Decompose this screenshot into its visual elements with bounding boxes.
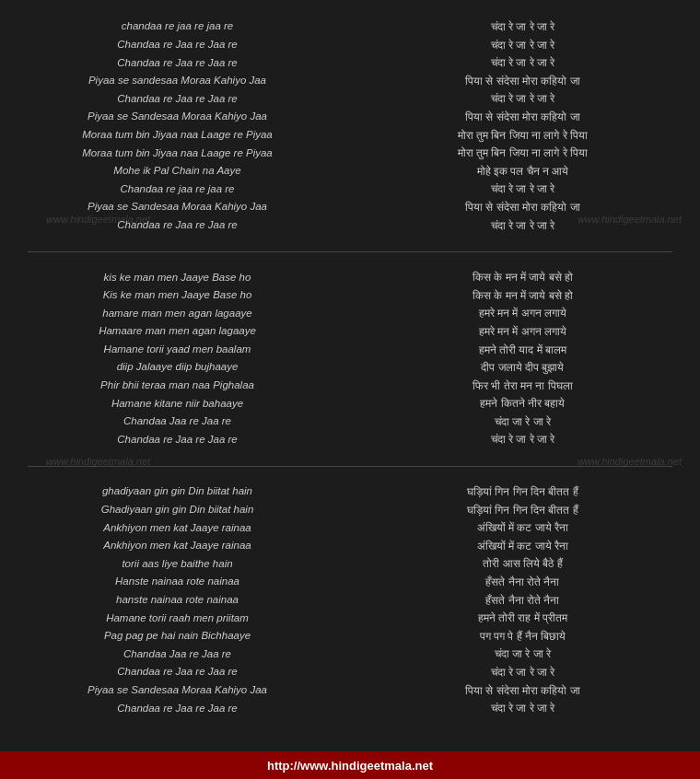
lyrics-right-text: पिया से संदेसा मोरा कहियो जा	[350, 199, 691, 216]
lyrics-row: Ankhiyon men kat Jaaye rainaaअंखियों में…	[9, 519, 691, 537]
lyrics-right-text: चंदा रे जा रे जा रे	[350, 664, 691, 681]
lyrics-left-text: Phir bhii teraa man naa Pighalaa	[9, 378, 350, 394]
lyrics-left-text: Moraa tum bin Jiyaa naa Laage re Piyaa	[9, 127, 350, 144]
lyrics-left-text: Chandaa Jaa re Jaa re	[9, 413, 350, 430]
lyrics-right-text: घड़ियां गिन गिन दिन बीतत हैं	[350, 483, 691, 501]
lyrics-right-text: पिया से संदेसा मोरा कहियो जा	[350, 109, 691, 126]
lyrics-row: Ghadiyaan gin gin Din biitat hainघड़ियां…	[9, 502, 691, 519]
lyrics-right-text: चंदा जा रे जा रे	[350, 645, 691, 663]
lyrics-right-text: किस के मन में जाये बसे हो	[350, 287, 691, 305]
lyrics-right-text: मोरा तुम बिन जिया ना लागे रे पिया	[350, 127, 691, 145]
lyrics-content: chandaa re jaa re jaa reचंदा रे जा रे जा…	[0, 0, 700, 751]
lyrics-row: Piyaa se sandesaa Moraa Kahiyo Jaaपिया स…	[9, 73, 691, 90]
lyrics-row: Piyaa se Sandesaa Moraa Kahiyo Jaaपिया स…	[9, 682, 691, 700]
lyrics-right-text: मोहे इक पल चैन न आये	[350, 163, 691, 180]
lyrics-left-text: Chandaa re Jaa re Jaa re	[9, 701, 350, 717]
lyrics-right-text: हमने कितने नीर बहाये	[350, 395, 691, 413]
lyrics-right-text: दीप जलाये दीप बुझाये	[350, 359, 691, 377]
lyrics-left-text: Pag pag pe hai nain Bichhaaye	[9, 628, 350, 645]
lyrics-right-text: हमरे मन में अगन लगाये	[350, 305, 691, 322]
lyrics-row: Ankhiyon men kat Jaaye rainaaअंखियों में…	[9, 538, 691, 555]
lyrics-left-text: kis ke man men Jaaye Base ho	[9, 270, 350, 286]
lyrics-row: hanste nainaa rote nainaaहँसते नैना रोते…	[9, 592, 691, 610]
lyrics-row: Chandaa re Jaa re Jaa reचंदा रे जा रे जा…	[9, 431, 691, 448]
lyrics-left-text: Piyaa se Sandesaa Moraa Kahiyo Jaa	[9, 682, 350, 699]
lyrics-row: kis ke man men Jaaye Base hoकिस के मन मे…	[9, 269, 691, 286]
lyrics-row: Hamane kitane niir bahaayeहमने कितने नीर…	[9, 395, 691, 413]
lyrics-row: torii aas liye baithe hainतोरी आस लिये ब…	[9, 555, 691, 573]
lyrics-right-text: अंखियों में कट जाये रैना	[350, 519, 691, 537]
lyrics-right-text: चंदा रे जा रे जा रे	[350, 54, 691, 72]
lyrics-left-text: hanste nainaa rote nainaa	[9, 592, 350, 609]
lyrics-right-text: हमरे मन में अगन लगाये	[350, 323, 691, 341]
lyrics-left-text: Hamane torii raah men priitam	[9, 610, 350, 627]
lyrics-row: Mohe ik Pal Chain na Aayeमोहे इक पल चैन …	[9, 163, 691, 180]
lyrics-left-text: Hamane kitane niir bahaaye	[9, 396, 350, 413]
lyrics-row: Chandaa re Jaa re Jaa reचंदा रे जा रे जा…	[9, 700, 691, 717]
lyrics-row: ghadiyaan gin gin Din biitat hainघड़ियां…	[9, 483, 691, 501]
footer-url: http://www.hindigeetmala.net	[267, 759, 433, 773]
lyrics-right-text: चंदा जा रे जा रे	[350, 413, 691, 431]
lyrics-right-text: चंदा रे जा रे जा रे	[350, 700, 691, 717]
lyrics-row: Chandaa re jaa re jaa reचंदा रे जा रे जा…	[9, 180, 691, 198]
lyrics-row: Moraa tum bin Jiyaa naa Laage re Piyaaमो…	[9, 145, 691, 162]
lyrics-right-text: फिर भी तेरा मन ना पिघला	[350, 378, 691, 395]
lyrics-page: chandaa re jaa re jaa reचंदा रे जा रे जा…	[0, 0, 700, 779]
lyrics-right-text: चंदा रे जा रे जा रे	[350, 18, 691, 36]
lyrics-left-text: Chandaa re Jaa re Jaa re	[9, 37, 350, 53]
lyrics-row: diip Jalaaye diip bujhaayeदीप जलाये दीप …	[9, 359, 691, 377]
section-2: kis ke man men Jaaye Base hoकिस के मन मे…	[9, 269, 691, 449]
lyrics-left-text: chandaa re jaa re jaa re	[9, 18, 350, 35]
lyrics-right-text: पिया से संदेसा मोरा कहियो जा	[350, 73, 691, 90]
lyrics-left-text: Piyaa se Sandesaa Moraa Kahiyo Jaa	[9, 199, 350, 215]
lyrics-row: Hamaare man men agan lagaayeहमरे मन में …	[9, 323, 691, 341]
section-1: chandaa re jaa re jaa reचंदा रे जा रे जा…	[9, 18, 691, 235]
lyrics-right-text: चंदा रे जा रे जा रे	[350, 90, 691, 108]
lyrics-left-text: Chandaa Jaa re Jaa re	[9, 646, 350, 663]
lyrics-row: Hamane torii raah men priitamहमने तोरी र…	[9, 610, 691, 627]
lyrics-right-text: हँसते नैना रोते नैना	[350, 592, 691, 610]
lyrics-left-text: Hanste nainaa rote nainaa	[9, 574, 350, 590]
lyrics-left-text: Moraa tum bin Jiyaa naa Laage re Piyaa	[9, 145, 350, 162]
lyrics-right-text: चंदा रे जा रे जा रे	[350, 37, 691, 54]
lyrics-row: Pag pag pe hai nain Bichhaayeपग पग पे है…	[9, 628, 691, 645]
lyrics-left-text: Ankhiyon men kat Jaaye rainaa	[9, 520, 350, 537]
lyrics-right-text: पिया से संदेसा मोरा कहियो जा	[350, 682, 691, 700]
lyrics-right-text: हमने तोरी याद में बालम	[350, 342, 691, 359]
lyrics-right-text: चंदा रे जा रे जा रे	[350, 431, 691, 448]
lyrics-left-text: Ankhiyon men kat Jaaye rainaa	[9, 538, 350, 554]
lyrics-row: Chandaa re Jaa re Jaa reचंदा रे जा रे जा…	[9, 54, 691, 72]
lyrics-right-text: हँसते नैना रोते नैना	[350, 574, 691, 591]
lyrics-row: Chandaa re Jaa re Jaa reचंदा रे जा रे जा…	[9, 217, 691, 235]
lyrics-row: Chandaa re Jaa re Jaa reचंदा रे जा रे जा…	[9, 664, 691, 681]
lyrics-row: Piyaa se Sandesaa Moraa Kahiyo Jaaपिया स…	[9, 199, 691, 216]
lyrics-left-text: Ghadiyaan gin gin Din biitat hain	[9, 502, 350, 518]
lyrics-row: hamare man men agan lagaayeहमरे मन में अ…	[9, 305, 691, 322]
lyrics-row: Chandaa re Jaa re Jaa reचंदा रे जा रे जा…	[9, 90, 691, 108]
lyrics-right-text: हमने तोरी राह में प्रीतम	[350, 610, 691, 627]
lyrics-left-text: ghadiyaan gin gin Din biitat hain	[9, 483, 350, 500]
lyrics-right-text: घड़ियां गिन गिन दिन बीतत हैं	[350, 502, 691, 519]
lyrics-left-text: hamare man men agan lagaaye	[9, 306, 350, 322]
lyrics-left-text: torii aas liye baithe hain	[9, 556, 350, 573]
lyrics-left-text: diip Jalaaye diip bujhaaye	[9, 359, 350, 376]
lyrics-left-text: Hamane torii yaad men baalam	[9, 342, 350, 358]
lyrics-left-text: Chandaa re Jaa re Jaa re	[9, 91, 350, 108]
section-3: ghadiyaan gin gin Din biitat hainघड़ियां…	[9, 483, 691, 718]
lyrics-right-text: तोरी आस लिये बैठे हैं	[350, 555, 691, 573]
lyrics-left-text: Chandaa re Jaa re Jaa re	[9, 432, 350, 448]
lyrics-row: Chandaa re Jaa re Jaa reचंदा रे जा रे जा…	[9, 37, 691, 54]
lyrics-left-text: Piyaa se sandesaa Moraa Kahiyo Jaa	[9, 73, 350, 89]
lyrics-left-text: Chandaa re jaa re jaa re	[9, 181, 350, 198]
lyrics-right-text: मोरा तुम बिन जिया ना लागे रे पिया	[350, 145, 691, 162]
lyrics-right-text: चंदा रे जा रे जा रे	[350, 217, 691, 235]
footer-bar: http://www.hindigeetmala.net	[0, 751, 700, 779]
lyrics-row: Kis ke man men Jaaye Base hoकिस के मन मे…	[9, 287, 691, 305]
lyrics-row: Chandaa Jaa re Jaa reचंदा जा रे जा रे	[9, 413, 691, 431]
lyrics-left-text: Kis ke man men Jaaye Base ho	[9, 287, 350, 304]
lyrics-row: Phir bhii teraa man naa Pighalaaफिर भी त…	[9, 378, 691, 395]
lyrics-row: Moraa tum bin Jiyaa naa Laage re Piyaaमो…	[9, 127, 691, 145]
lyrics-left-text: Mohe ik Pal Chain na Aaye	[9, 163, 350, 180]
lyrics-left-text: Piyaa se Sandesaa Moraa Kahiyo Jaa	[9, 109, 350, 125]
lyrics-left-text: Chandaa re Jaa re Jaa re	[9, 217, 350, 234]
